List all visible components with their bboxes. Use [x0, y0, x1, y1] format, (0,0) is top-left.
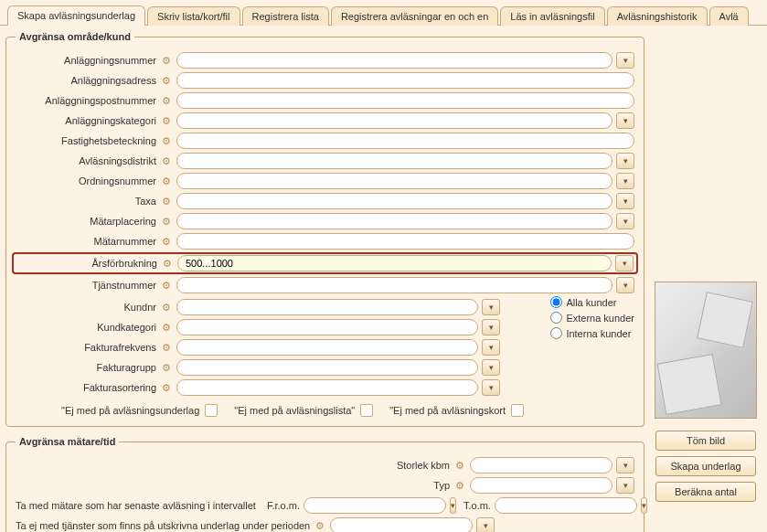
gear-icon[interactable]: ⚙: [160, 301, 173, 314]
input-storlek-kbm[interactable]: [470, 457, 613, 473]
gear-icon[interactable]: ⚙: [160, 154, 173, 167]
label-tom: T.o.m.: [463, 500, 491, 511]
dropdown-button[interactable]: [616, 153, 634, 169]
gear-icon[interactable]: ⚙: [160, 381, 173, 394]
button-berakna-antal[interactable]: Beräkna antal: [655, 482, 756, 502]
dropdown-button[interactable]: [476, 517, 495, 532]
radio-interna-kunder[interactable]: [550, 327, 562, 339]
input-exclude-period[interactable]: [330, 517, 473, 532]
button-skapa-underlag[interactable]: Skapa underlag: [655, 456, 756, 476]
input-avlasningsdistrikt[interactable]: [176, 153, 613, 169]
dropdown-button[interactable]: [615, 255, 634, 271]
label-anlaggningspostnummer: Anläggningspostnummer: [16, 95, 160, 106]
input-ordningsnummer[interactable]: [176, 173, 613, 189]
checkbox-ej-lista[interactable]: [360, 404, 373, 417]
gear-icon[interactable]: ⚙: [160, 74, 173, 87]
dropdown-button[interactable]: [616, 277, 634, 293]
input-fakturafrekvens[interactable]: [176, 339, 478, 356]
tab-truncated-last[interactable]: Avlä: [709, 6, 749, 26]
input-kundnr[interactable]: [176, 299, 478, 315]
gear-icon[interactable]: ⚙: [160, 215, 173, 228]
label-fakturafrekvens: Fakturafrekvens: [16, 342, 160, 353]
label-fastighetsbeteckning: Fastighetsbeteckning: [16, 135, 160, 146]
input-anlaggningsadress[interactable]: [176, 72, 634, 89]
input-fastighetsbeteckning[interactable]: [176, 133, 634, 149]
dropdown-button[interactable]: [482, 299, 500, 315]
input-fakturagrupp[interactable]: [176, 359, 478, 376]
label-fakturasortering: Fakturasortering: [16, 382, 160, 393]
dropdown-button[interactable]: [616, 112, 634, 129]
label-storlek-kbm: Storlek kbm: [16, 460, 453, 471]
checkbox-ej-underlag[interactable]: [205, 404, 218, 417]
label-ej-underlag: "Ej med på avläsningsunderlag: [61, 405, 199, 416]
label-ordningsnummer: Ordningsnummer: [16, 176, 160, 186]
dropdown-button[interactable]: [616, 173, 634, 189]
group-legend: Avgränsa område/kund: [16, 31, 134, 42]
label-matarplacering: Mätarplacering: [16, 216, 160, 227]
tab-las-in-fil[interactable]: Läs in avläsningsfil: [500, 6, 604, 26]
input-matarnummer[interactable]: [176, 233, 634, 250]
input-anlaggningspostnummer[interactable]: [176, 92, 634, 109]
gear-icon[interactable]: ⚙: [160, 54, 173, 67]
input-arsforbrukning[interactable]: [177, 255, 612, 271]
gear-icon[interactable]: ⚙: [160, 134, 173, 147]
label-taxa: Taxa: [16, 196, 160, 207]
label-ej-lista: "Ej med på avläsningslista": [234, 405, 355, 416]
input-tom[interactable]: [495, 497, 637, 514]
gear-icon[interactable]: ⚙: [160, 341, 173, 354]
label-from: F.r.o.m.: [267, 500, 300, 511]
radio-label: Externa kunder: [566, 313, 634, 324]
label-tjanstnummer: Tjänstnummer: [16, 280, 160, 291]
input-taxa[interactable]: [176, 193, 613, 209]
gear-icon[interactable]: ⚙: [453, 459, 466, 472]
label-ej-kort: "Ej med på avläsningskort: [389, 405, 506, 416]
label-matarnummer: Mätarnummer: [16, 236, 160, 247]
input-kundkategori[interactable]: [176, 319, 478, 335]
gear-icon[interactable]: ⚙: [161, 257, 174, 270]
input-fakturasortering[interactable]: [176, 379, 478, 396]
tab-avlasningshistorik[interactable]: Avläsningshistorik: [607, 6, 708, 26]
tab-registrera-lista[interactable]: Registrera lista: [242, 6, 329, 26]
input-typ[interactable]: [470, 477, 613, 494]
gear-icon[interactable]: ⚙: [314, 519, 326, 532]
label-exclude-period: Ta ej med tjänster som finns på utskrivn…: [16, 520, 314, 531]
gear-icon[interactable]: ⚙: [160, 94, 173, 107]
label-avlasningsdistrikt: Avläsningsdistrikt: [16, 155, 160, 166]
input-from[interactable]: [304, 497, 446, 514]
dropdown-button[interactable]: [482, 379, 500, 396]
radio-group-kund-filter: Alla kunder Externa kunder Interna kunde…: [550, 296, 634, 339]
dropdown-button[interactable]: [616, 193, 634, 209]
button-tom-bild[interactable]: Töm bild: [655, 431, 756, 451]
dropdown-button[interactable]: [616, 457, 634, 473]
input-anlaggningsnummer[interactable]: [176, 52, 613, 69]
gear-icon[interactable]: ⚙: [160, 361, 173, 374]
dropdown-button[interactable]: [616, 52, 634, 69]
gear-icon[interactable]: ⚙: [160, 279, 173, 292]
tab-skapa-underlag[interactable]: Skapa avläsningsunderlag: [7, 5, 145, 26]
tab-registrera-en-och-en[interactable]: Registrera avläsningar en och en: [331, 6, 498, 26]
illustration-image: [655, 282, 757, 419]
gear-icon[interactable]: ⚙: [160, 195, 173, 207]
input-matarplacering[interactable]: [176, 213, 613, 229]
dropdown-button[interactable]: [482, 339, 500, 356]
label-kundnr: Kundnr: [16, 302, 160, 313]
dropdown-button[interactable]: [482, 319, 500, 335]
checkbox-ej-kort[interactable]: [511, 404, 524, 417]
dropdown-button[interactable]: [641, 497, 647, 514]
gear-icon[interactable]: ⚙: [160, 235, 173, 248]
label-arsforbrukning: Årsförbrukning: [16, 258, 161, 269]
input-tjanstnummer[interactable]: [176, 277, 613, 293]
dropdown-button[interactable]: [482, 359, 500, 376]
dropdown-button[interactable]: [450, 497, 456, 514]
dropdown-button[interactable]: [616, 477, 634, 494]
gear-icon[interactable]: ⚙: [453, 479, 466, 492]
radio-alla-kunder[interactable]: [550, 296, 562, 308]
gear-icon[interactable]: ⚙: [160, 175, 173, 187]
radio-externa-kunder[interactable]: [550, 312, 562, 324]
input-anlaggningskategori[interactable]: [176, 112, 613, 129]
label-typ: Typ: [16, 480, 453, 491]
dropdown-button[interactable]: [616, 213, 634, 229]
gear-icon[interactable]: ⚙: [160, 321, 173, 334]
gear-icon[interactable]: ⚙: [160, 114, 173, 127]
tab-skriv-lista[interactable]: Skriv lista/kort/fil: [147, 6, 240, 26]
